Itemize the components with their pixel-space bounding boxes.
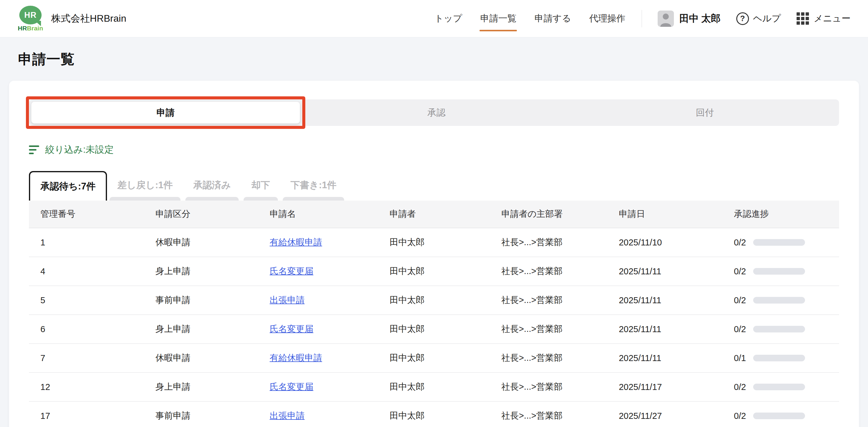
top-nav: トップ 申請一覧 申請する 代理操作 [434, 9, 626, 28]
nav-item-apply[interactable]: 申請する [534, 9, 571, 28]
cell-management-number: 7 [29, 343, 144, 372]
cell-department: 社長>...>営業部 [490, 257, 607, 286]
cell-department: 社長>...>営業部 [490, 401, 607, 427]
nav-item-application-list[interactable]: 申請一覧 [479, 9, 517, 28]
segment-application-label: 申請 [156, 107, 175, 119]
approval-progress: 0/1 [734, 353, 836, 363]
cell-applicant: 田中太郎 [378, 286, 490, 315]
application-name-link[interactable]: 氏名変更届 [270, 324, 313, 334]
header-right: トップ 申請一覧 申請する 代理操作 田中 太郎 ? ヘルプ メニュー [434, 9, 850, 28]
company-name: 株式会社HRBrain [51, 12, 126, 25]
status-tab-rejected[interactable]: 却下 [241, 171, 280, 201]
application-name-link[interactable]: 氏名変更届 [270, 382, 313, 391]
segment-application[interactable]: 申請 [31, 102, 300, 124]
cell-category: 身上申請 [144, 372, 258, 401]
cell-management-number: 4 [29, 257, 144, 286]
cell-date: 2025/11/10 [607, 228, 722, 257]
status-tab-returned[interactable]: 差し戻し:1件 [107, 171, 183, 201]
cell-management-number: 12 [29, 372, 144, 401]
cell-applicant: 田中太郎 [378, 372, 490, 401]
cell-department: 社長>...>営業部 [490, 228, 607, 257]
cell-management-number: 6 [29, 315, 144, 343]
cell-department: 社長>...>営業部 [490, 372, 607, 401]
progress-bar [753, 239, 805, 246]
role-segmented-control: 申請 承認 回付 [29, 99, 839, 126]
progress-count: 0/2 [734, 411, 746, 421]
cell-management-number: 1 [29, 228, 144, 257]
filter-lines-icon [29, 145, 39, 154]
progress-count: 0/1 [734, 353, 746, 363]
progress-count: 0/2 [734, 295, 746, 305]
progress-bar [753, 413, 805, 419]
progress-bar [753, 268, 805, 275]
status-tabs: 承認待ち:7件 差し戻し:1件 承認済み 却下 下書き:1件 [29, 171, 839, 201]
status-tab-draft[interactable]: 下書き:1件 [280, 171, 347, 201]
cell-management-number: 17 [29, 401, 144, 427]
progress-bar [753, 384, 805, 390]
progress-count: 0/2 [734, 266, 746, 276]
brand: HR HRBrain 株式会社HRBrain [18, 6, 126, 31]
nav-item-proxy[interactable]: 代理操作 [589, 9, 626, 28]
approval-progress: 0/2 [734, 238, 836, 248]
approval-progress: 0/2 [734, 411, 836, 421]
segment-approval[interactable]: 承認 [302, 99, 571, 126]
col-management-number: 管理番号 [29, 201, 144, 228]
col-progress: 承認進捗 [722, 201, 839, 228]
cell-applicant: 田中太郎 [378, 315, 490, 343]
app-header: HR HRBrain 株式会社HRBrain トップ 申請一覧 申請する 代理操… [0, 0, 868, 37]
approval-progress: 0/2 [734, 266, 836, 276]
cell-management-number: 5 [29, 286, 144, 315]
cell-date: 2025/11/11 [607, 315, 722, 343]
help-label: ヘルプ [753, 12, 781, 25]
cell-date: 2025/11/17 [607, 372, 722, 401]
cell-applicant: 田中太郎 [378, 228, 490, 257]
table-row: 6 身上申請 氏名変更届 田中太郎 社長>...>営業部 2025/11/11 … [29, 315, 839, 343]
cell-category: 休暇申請 [144, 343, 258, 372]
page-title: 申請一覧 [18, 50, 868, 69]
col-date: 申請日 [607, 201, 722, 228]
segment-circulation[interactable]: 回付 [570, 99, 839, 126]
application-name-link[interactable]: 有給休暇申請 [270, 237, 322, 247]
application-list-card: 申請 承認 回付 絞り込み:未設定 承認待ち:7件 差し戻し:1件 承認済み 却… [9, 81, 859, 427]
help-button[interactable]: ? ヘルプ [736, 12, 781, 25]
table-row: 17 事前申請 出張申請 田中太郎 社長>...>営業部 2025/11/27 … [29, 401, 839, 427]
application-name-link[interactable]: 氏名変更届 [270, 266, 313, 276]
app-menu-button[interactable]: メニュー [797, 12, 850, 25]
filter-label: 絞り込み:未設定 [45, 143, 114, 156]
grid-menu-icon [797, 12, 809, 25]
table-row: 7 休暇申請 有給休暇申請 田中太郎 社長>...>営業部 2025/11/11… [29, 343, 839, 372]
cell-department: 社長>...>営業部 [490, 286, 607, 315]
cell-category: 事前申請 [144, 286, 258, 315]
cell-department: 社長>...>営業部 [490, 315, 607, 343]
user-avatar-icon [658, 10, 674, 27]
col-category: 申請区分 [144, 201, 258, 228]
logo-speech-bubble-icon: HR [19, 6, 41, 24]
progress-count: 0/2 [734, 324, 746, 334]
approval-progress: 0/2 [734, 295, 836, 305]
question-circle-icon: ? [736, 12, 749, 25]
table-row: 1 休暇申請 有給休暇申請 田中太郎 社長>...>営業部 2025/11/10… [29, 228, 839, 257]
filter-button[interactable]: 絞り込み:未設定 [29, 143, 114, 156]
progress-bar [753, 297, 805, 303]
status-tab-pending[interactable]: 承認待ち:7件 [29, 171, 107, 201]
table-row: 4 身上申請 氏名変更届 田中太郎 社長>...>営業部 2025/11/11 … [29, 257, 839, 286]
progress-bar [753, 355, 805, 361]
cell-category: 身上申請 [144, 257, 258, 286]
application-name-link[interactable]: 出張申請 [270, 411, 305, 420]
col-department: 申請者の主部署 [490, 201, 607, 228]
user-menu[interactable]: 田中 太郎 [658, 10, 721, 27]
approval-progress: 0/2 [734, 324, 836, 334]
application-name-link[interactable]: 有給休暇申請 [270, 353, 322, 363]
status-tab-approved[interactable]: 承認済み [183, 171, 241, 201]
cell-department: 社長>...>営業部 [490, 343, 607, 372]
application-name-link[interactable]: 出張申請 [270, 295, 305, 305]
cell-date: 2025/11/11 [607, 257, 722, 286]
table-header-row: 管理番号 申請区分 申請名 申請者 申請者の主部署 申請日 承認進捗 [29, 201, 839, 228]
col-application-name: 申請名 [258, 201, 378, 228]
cell-date: 2025/11/27 [607, 401, 722, 427]
cell-applicant: 田中太郎 [378, 401, 490, 427]
cell-category: 事前申請 [144, 401, 258, 427]
nav-item-top[interactable]: トップ [434, 9, 463, 28]
cell-date: 2025/11/11 [607, 343, 722, 372]
cell-date: 2025/11/11 [607, 286, 722, 315]
